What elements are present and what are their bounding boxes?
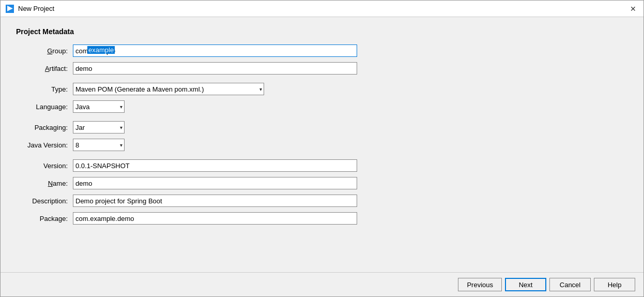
name-input[interactable] <box>73 177 357 189</box>
type-select[interactable]: Maven POM (Generate a Maven pom.xml.) Ma… <box>73 83 264 95</box>
title-bar: ▶ New Project ✕ <box>1 1 643 17</box>
version-row: Version: <box>16 159 628 172</box>
section-title: Project Metadata <box>16 27 628 36</box>
dialog-content: Project Metadata Group: example Artifact… <box>1 17 643 272</box>
name-label-text: Name: <box>48 180 68 187</box>
package-label-text: Package: <box>40 215 68 222</box>
java-version-row: Java Version: 8 11 17 21 <box>16 138 628 152</box>
java-version-select[interactable]: 8 11 17 21 <box>73 139 125 151</box>
language-select[interactable]: Java Kotlin Groovy <box>73 100 125 113</box>
name-label: Name: <box>16 180 73 187</box>
description-label: Description: <box>16 197 73 205</box>
version-input[interactable] <box>73 159 357 172</box>
type-label-text: Type: <box>51 85 68 93</box>
package-row: Package: <box>16 212 628 225</box>
new-project-dialog: ▶ New Project ✕ Project Metadata Group: … <box>0 0 644 297</box>
group-row: Group: example <box>16 44 628 57</box>
title-bar-left: ▶ New Project <box>6 5 54 13</box>
app-icon: ▶ <box>6 5 14 13</box>
java-version-label: Java Version: <box>16 141 73 149</box>
type-label: Type: <box>16 85 73 93</box>
packaging-label-text: Packaging: <box>35 124 68 131</box>
cancel-button[interactable]: Cancel <box>549 278 591 291</box>
version-label: Version: <box>16 162 73 170</box>
group-input-container: example <box>73 44 357 57</box>
packaging-label: Packaging: <box>16 124 73 131</box>
description-label-text: Description: <box>32 197 68 205</box>
artifact-label: Artifact: <box>16 65 73 72</box>
java-version-select-wrapper: 8 11 17 21 <box>73 139 125 151</box>
packaging-select[interactable]: Jar War <box>73 121 125 133</box>
type-row: Type: Maven POM (Generate a Maven pom.xm… <box>16 82 628 96</box>
packaging-select-wrapper: Jar War <box>73 121 125 133</box>
name-row: Name: <box>16 176 628 190</box>
dialog-footer: Previous Next Cancel Help <box>1 272 643 296</box>
package-label: Package: <box>16 215 73 222</box>
version-label-text: Version: <box>43 162 68 170</box>
type-select-wrapper: Maven POM (Generate a Maven pom.xml.) Ma… <box>73 83 264 95</box>
language-select-wrapper: Java Kotlin Groovy <box>73 100 125 113</box>
form-container: Group: example Artifact: Type: <box>16 44 628 229</box>
packaging-row: Packaging: Jar War <box>16 121 628 134</box>
svg-text:▶: ▶ <box>7 5 13 12</box>
artifact-row: Artifact: <box>16 62 628 75</box>
close-button[interactable]: ✕ <box>628 4 638 14</box>
java-version-label-text: Java Version: <box>27 141 68 149</box>
next-button[interactable]: Next <box>505 278 546 291</box>
description-row: Description: <box>16 194 628 207</box>
description-input[interactable] <box>73 195 357 207</box>
window-title: New Project <box>18 5 54 12</box>
help-button[interactable]: Help <box>594 278 635 291</box>
language-row: Language: Java Kotlin Groovy <box>16 100 628 113</box>
previous-button[interactable]: Previous <box>458 278 502 291</box>
package-input[interactable] <box>73 212 357 225</box>
group-label: Group: <box>16 47 73 55</box>
group-input[interactable] <box>73 44 357 57</box>
artifact-input[interactable] <box>73 62 357 75</box>
group-label-text: Group: <box>47 47 68 55</box>
artifact-label-text: Artifact: <box>45 65 68 72</box>
language-label: Language: <box>16 103 73 111</box>
language-label-text: Language: <box>36 103 68 111</box>
